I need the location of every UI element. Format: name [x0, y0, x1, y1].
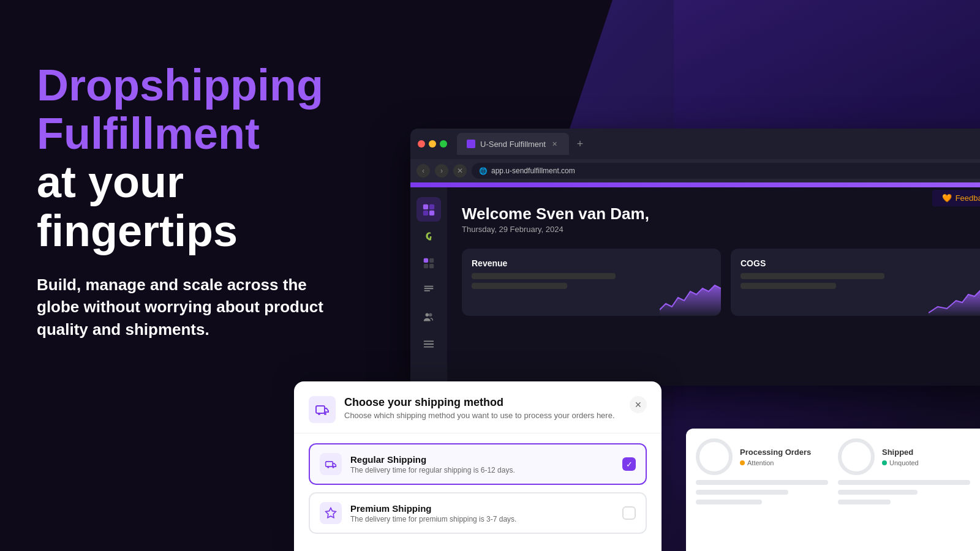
svg-rect-16: [326, 462, 333, 467]
tab-favicon: [467, 140, 475, 148]
shipped-info: Shipped Unquoted: [882, 448, 919, 467]
svg-rect-11: [424, 343, 434, 345]
svg-point-15: [324, 413, 326, 415]
svg-point-18: [333, 466, 334, 468]
welcome-message: Welcome Sven van Dam, Thursday, 29 Febru…: [462, 204, 980, 234]
sidebar-item-shopify[interactable]: [417, 224, 441, 249]
new-tab-button[interactable]: +: [571, 135, 589, 152]
cogs-bar2: [741, 283, 836, 289]
sidebar-item-home[interactable]: [417, 197, 441, 222]
svg-rect-12: [424, 347, 434, 348]
regular-shipping-name: Regular Shipping: [350, 454, 614, 465]
stats-row: Revenue: [462, 249, 980, 316]
sidebar-item-team[interactable]: [417, 305, 441, 329]
feedback-button[interactable]: 🧡 Feedback?: [932, 190, 980, 206]
app-sidebar: [410, 187, 447, 386]
modal-icon: [309, 396, 336, 423]
premium-shipping-check-empty: [622, 506, 636, 520]
svg-point-8: [426, 313, 429, 317]
shipped-header: Shipped Unquoted: [838, 438, 970, 475]
back-button[interactable]: ‹: [417, 164, 430, 178]
shipped-metric: Shipped Unquoted: [838, 438, 970, 504]
revenue-chart: [660, 279, 721, 316]
revenue-label: Revenue: [472, 258, 711, 268]
browser-chrome: U-Send Fulfillment ✕ +: [410, 129, 980, 159]
attention-dot: [740, 460, 745, 465]
secure-icon: 🌐: [479, 167, 488, 175]
shipped-bar1: [838, 480, 970, 485]
shipped-circle: [838, 438, 875, 475]
shipped-bar2: [838, 490, 918, 495]
address-bar[interactable]: 🌐 app.u-sendfulfillment.com: [472, 163, 980, 179]
shipping-option-premium[interactable]: Premium Shipping The delivery time for p…: [309, 492, 647, 534]
forward-button[interactable]: ›: [435, 164, 448, 178]
app-topbar: [410, 182, 980, 187]
svg-rect-6: [424, 264, 428, 268]
modal-header: Choose your shipping method Choose which…: [294, 381, 662, 433]
shipping-modal: Choose your shipping method Choose which…: [294, 381, 662, 551]
processing-bar3: [696, 500, 762, 504]
processing-orders-circle: [696, 438, 733, 475]
shipped-label: Shipped: [882, 448, 919, 457]
cogs-card: COGS: [731, 249, 980, 316]
svg-rect-1: [429, 204, 434, 209]
browser-window: U-Send Fulfillment ✕ + ‹ › ✕ 🌐 app.u-sen…: [410, 129, 980, 386]
attention-label: Attention: [747, 459, 774, 467]
hero-title-white: at your fingertips: [37, 157, 238, 255]
revenue-bar2: [472, 283, 567, 289]
attention-status: Attention: [740, 459, 811, 467]
sidebar-item-menu[interactable]: [417, 332, 441, 356]
refresh-button[interactable]: ✕: [453, 164, 467, 178]
regular-shipping-info: Regular Shipping The delivery time for r…: [350, 454, 614, 474]
modal-subtitle: Choose which shipping method you want to…: [344, 411, 621, 420]
regular-shipping-icon: [320, 453, 342, 475]
modal-close-button[interactable]: ✕: [630, 396, 647, 413]
processing-orders-header: Processing Orders Attention: [696, 438, 828, 475]
welcome-name: Welcome Sven van Dam,: [462, 204, 980, 223]
cogs-label: COGS: [741, 258, 980, 268]
svg-rect-0: [423, 204, 428, 209]
shipping-option-regular[interactable]: Regular Shipping The delivery time for r…: [309, 443, 647, 485]
metrics-row: Processing Orders Attention Shipped: [696, 438, 970, 504]
processing-orders-label: Processing Orders: [740, 448, 811, 457]
address-text: app.u-sendfulfillment.com: [491, 167, 575, 175]
unquoted-label: Unquoted: [889, 459, 919, 467]
hero-section: Dropshipping Fulfillment at your fingert…: [37, 61, 392, 340]
svg-rect-5: [429, 258, 434, 263]
tab-bar: U-Send Fulfillment ✕ +: [457, 133, 980, 155]
minimize-button[interactable]: [429, 140, 436, 148]
address-bar-row: ‹ › ✕ 🌐 app.u-sendfulfillment.com: [410, 159, 980, 182]
hero-title: Dropshipping Fulfillment at your fingert…: [37, 61, 392, 255]
svg-rect-4: [424, 258, 428, 263]
svg-rect-13: [316, 406, 325, 413]
processing-bar1: [696, 480, 828, 485]
revenue-card: Revenue: [462, 249, 721, 316]
premium-shipping-name: Premium Shipping: [350, 503, 614, 514]
feedback-label: Feedback?: [956, 193, 980, 203]
modal-title-group: Choose your shipping method Choose which…: [344, 396, 621, 420]
unquoted-dot: [882, 460, 887, 465]
processing-bar2: [696, 490, 788, 495]
processing-orders-metric: Processing Orders Attention: [696, 438, 828, 504]
regular-shipping-check: ✓: [622, 457, 636, 471]
shipped-bar3: [838, 500, 891, 504]
hero-title-purple: Dropshipping Fulfillment: [37, 61, 323, 158]
close-button[interactable]: [418, 140, 425, 148]
unquoted-status: Unquoted: [882, 459, 919, 467]
svg-rect-10: [424, 341, 434, 342]
maximize-button[interactable]: [440, 140, 447, 148]
sidebar-item-orders[interactable]: [417, 278, 441, 302]
premium-shipping-desc: The delivery time for premium shipping i…: [350, 515, 614, 523]
sidebar-item-products[interactable]: [417, 251, 441, 276]
tab-close-icon[interactable]: ✕: [551, 140, 559, 148]
modal-title: Choose your shipping method: [344, 396, 621, 409]
browser-tab[interactable]: U-Send Fulfillment ✕: [457, 133, 569, 155]
revenue-bar1: [472, 273, 616, 279]
svg-point-17: [327, 466, 329, 468]
svg-rect-3: [429, 211, 434, 216]
metrics-panel: Processing Orders Attention Shipped: [686, 429, 980, 551]
svg-point-9: [429, 313, 432, 317]
app-content: 🧡 Feedback?: [410, 182, 980, 386]
cogs-bar1: [741, 273, 884, 279]
welcome-date: Thursday, 29 February, 2024: [462, 225, 980, 234]
